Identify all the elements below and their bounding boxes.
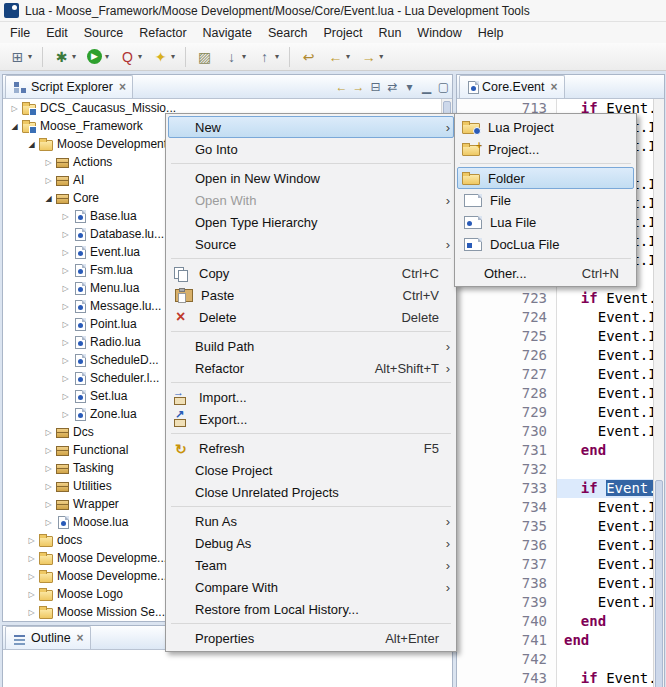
menu-item-paste[interactable]: PasteCtrl+V [168, 284, 454, 306]
code-text[interactable] [557, 650, 653, 669]
dropdown-caret-icon[interactable]: ▾ [377, 52, 383, 61]
expand-arrow-icon[interactable]: ▷ [42, 158, 55, 167]
menu-item-delete[interactable]: DeleteDelete [168, 306, 454, 328]
menu-item-source[interactable]: Source› [168, 233, 454, 255]
line-number[interactable]: 736 [457, 536, 557, 555]
menu-item-close-project[interactable]: Close Project [168, 459, 454, 481]
expand-arrow-icon[interactable]: ▷ [59, 248, 72, 257]
close-icon[interactable]: × [71, 631, 84, 645]
code-text[interactable]: if Event.IniObjectCategory == Object.Cat… [557, 479, 653, 498]
tab-core-event[interactable]: Core.Event × [459, 75, 565, 98]
expand-arrow-icon[interactable]: ▷ [42, 464, 55, 473]
code-text[interactable]: Event.IniCoalition = Event.IniDCSUnit:ge… [557, 403, 653, 422]
menu-project[interactable]: Project [316, 24, 371, 42]
next-annotation-button[interactable]: ↓▾ [219, 46, 250, 68]
expand-arrow-icon[interactable]: ▷ [59, 356, 72, 365]
expand-arrow-icon[interactable]: ▷ [42, 500, 55, 509]
tab-outline[interactable]: Outline × [5, 626, 91, 649]
line-number[interactable]: 726 [457, 346, 557, 365]
expand-arrow-icon[interactable]: ▷ [42, 428, 55, 437]
expand-arrow-icon[interactable]: ▷ [59, 392, 72, 401]
menu-item-import[interactable]: Import... [168, 386, 454, 408]
close-icon[interactable]: × [113, 80, 126, 94]
menu-item-team[interactable]: Team› [168, 554, 454, 576]
dropdown-caret-icon[interactable]: ▾ [136, 52, 142, 61]
code-text[interactable]: Event.IniGroup = GROUP:FindByName( Event… [557, 365, 653, 384]
line-number[interactable]: 729 [457, 403, 557, 422]
menu-navigate[interactable]: Navigate [195, 24, 260, 42]
collapse-arrow-icon[interactable]: ◢ [25, 140, 38, 149]
expand-arrow-icon[interactable]: ▷ [42, 518, 55, 527]
line-number[interactable]: 742 [457, 650, 557, 669]
expand-arrow-icon[interactable]: ▷ [59, 230, 72, 239]
expand-arrow-icon[interactable]: ▷ [59, 266, 72, 275]
menu-item-open-type-hierarchy[interactable]: Open Type Hierarchy [168, 211, 454, 233]
menu-item-close-unrelated-projects[interactable]: Close Unrelated Projects [168, 481, 454, 503]
line-number[interactable]: 723 [457, 289, 557, 308]
minimize-icon[interactable]: ▁ [418, 80, 435, 98]
code-text[interactable]: if Event.target then [557, 669, 653, 687]
code-text[interactable]: Event.IniDCSUnitName = Event.IniDCSUnit:… [557, 517, 653, 536]
menu-item-lua-file[interactable]: Lua File [457, 211, 634, 233]
menu-item-doclua-file[interactable]: DocLua File [457, 233, 634, 255]
expand-arrow-icon[interactable]: ▷ [25, 608, 38, 617]
forward-button[interactable]: →▾ [356, 46, 387, 68]
last-edit-location-button[interactable]: ↩ [296, 46, 321, 68]
line-number[interactable]: 743 [457, 669, 557, 687]
menu-item-properties[interactable]: PropertiesAlt+Enter [168, 627, 454, 649]
expand-arrow-icon[interactable]: ▷ [59, 374, 72, 383]
code-text[interactable]: end [557, 631, 653, 650]
expand-arrow-icon[interactable]: ▷ [25, 572, 38, 581]
line-number[interactable]: 735 [457, 517, 557, 536]
close-icon[interactable]: × [545, 80, 558, 94]
dropdown-caret-icon[interactable]: ▾ [273, 52, 279, 61]
code-text[interactable]: Event.IniDCSGroupName = Event.IniDCSGrou… [557, 327, 653, 346]
expand-arrow-icon[interactable]: ▷ [42, 482, 55, 491]
back-icon[interactable]: ← [333, 80, 350, 98]
code-text[interactable]: Event.IniDCSUnit = Event.initiator [557, 498, 653, 517]
line-number[interactable]: 731 [457, 441, 557, 460]
code-text[interactable]: Event.IniCategory = Event.IniDCSUnit:get… [557, 422, 653, 441]
line-number[interactable]: 725 [457, 327, 557, 346]
line-number[interactable]: 738 [457, 574, 557, 593]
menu-item-folder[interactable]: Folder [457, 167, 634, 189]
search-button[interactable]: ✦▾ [148, 46, 179, 68]
menu-item-project[interactable]: Project... [457, 138, 634, 160]
expand-arrow-icon[interactable]: ▷ [42, 446, 55, 455]
expand-arrow-icon[interactable]: ▷ [25, 554, 38, 563]
line-number[interactable]: 739 [457, 593, 557, 612]
expand-arrow-icon[interactable]: ▷ [25, 536, 38, 545]
expand-arrow-icon[interactable]: ▷ [42, 176, 55, 185]
line-number[interactable]: 737 [457, 555, 557, 574]
expand-arrow-icon[interactable]: ▷ [25, 590, 38, 599]
code-text[interactable]: Event.IniCategory = Event.IniDCSUnit:get… [557, 593, 653, 612]
debug-button[interactable]: ✱▾ [49, 46, 80, 68]
menu-edit[interactable]: Edit [38, 24, 76, 42]
menu-window[interactable]: Window [409, 24, 469, 42]
back-button[interactable]: ←▾ [323, 46, 354, 68]
expand-arrow-icon[interactable]: ▷ [59, 410, 72, 419]
menu-item-compare-with[interactable]: Compare With› [168, 576, 454, 598]
menu-item-go-into[interactable]: Go Into [168, 138, 454, 160]
code-text[interactable]: Event.IniCoalition = Event.IniDCSUnit:ge… [557, 574, 653, 593]
new-wizard-button[interactable]: ⊞▾ [5, 46, 36, 68]
menu-source[interactable]: Source [76, 24, 132, 42]
menu-search[interactable]: Search [260, 24, 316, 42]
expand-arrow-icon[interactable]: ▷ [59, 320, 72, 329]
menu-item-other[interactable]: Other...Ctrl+N [457, 262, 634, 284]
run-button[interactable]: ▶▾ [82, 46, 113, 67]
expand-arrow-icon[interactable]: ▷ [59, 338, 72, 347]
menu-run[interactable]: Run [370, 24, 409, 42]
prev-annotation-button[interactable]: ↑▾ [252, 46, 283, 68]
menu-item-run-as[interactable]: Run As› [168, 510, 454, 532]
line-number[interactable]: 741 [457, 631, 557, 650]
code-text[interactable]: end [557, 441, 653, 460]
coverage-button[interactable]: Q▾ [115, 46, 146, 68]
menu-item-new[interactable]: New› [168, 116, 454, 138]
code-text[interactable]: Event.IniDCSGroup = Event.IniDCSUnit:get… [557, 308, 653, 327]
line-number[interactable]: 728 [457, 384, 557, 403]
menu-item-open-with[interactable]: Open With› [168, 189, 454, 211]
view-menu-icon[interactable]: ▾ [401, 80, 418, 98]
expand-arrow-icon[interactable]: ▷ [59, 284, 72, 293]
menu-item-build-path[interactable]: Build Path› [168, 335, 454, 357]
